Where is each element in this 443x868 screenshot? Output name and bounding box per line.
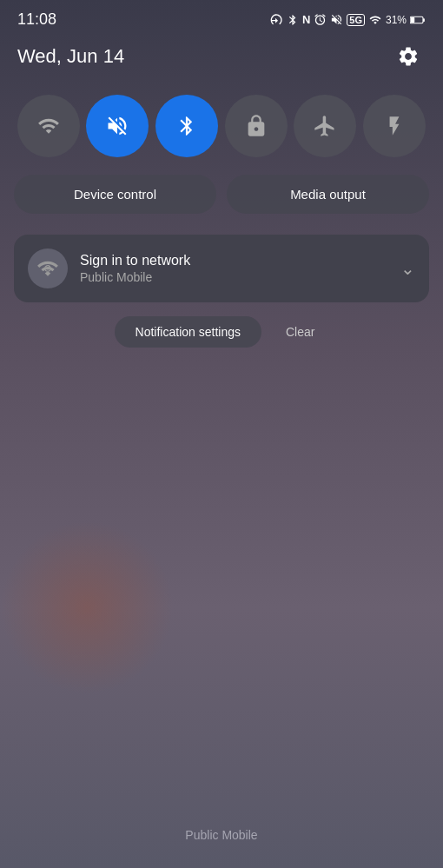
carrier-label: Public Mobile xyxy=(0,828,443,842)
device-control-button[interactable]: Device control xyxy=(14,175,216,214)
control-buttons: Device control Media output xyxy=(0,175,443,235)
notification-text: Sign in to network Public Mobile xyxy=(80,253,190,284)
torch-tile[interactable] xyxy=(363,95,426,157)
svg-rect-2 xyxy=(411,17,415,23)
network-signal-icon: ? xyxy=(36,257,59,280)
airplane-tile[interactable] xyxy=(294,95,356,157)
notification-settings-button[interactable]: Notification settings xyxy=(115,316,261,348)
bluetooth-tile[interactable] xyxy=(155,95,218,157)
svg-rect-1 xyxy=(423,18,425,22)
settings-button[interactable] xyxy=(391,39,426,74)
action-row: Notification settings Clear xyxy=(0,302,443,348)
airplane-icon xyxy=(313,114,337,138)
battery-percent: 31% xyxy=(386,14,407,26)
lock-rotation-tile[interactable] xyxy=(225,95,288,157)
notification-content: ? Sign in to network Public Mobile xyxy=(28,248,190,288)
svg-text:?: ? xyxy=(46,263,50,272)
date-row: Wed, Jun 14 xyxy=(0,36,443,88)
settings-icon xyxy=(397,45,420,68)
wifi-icon xyxy=(36,115,62,137)
date-display: Wed, Jun 14 xyxy=(17,45,124,68)
status-bar: 11:08 N 5G 31% xyxy=(0,0,443,36)
quick-tiles xyxy=(0,88,443,175)
status-icons: N 5G 31% xyxy=(269,13,426,27)
status-mute-icon xyxy=(330,13,343,26)
media-output-button[interactable]: Media output xyxy=(227,175,429,214)
notification-subtitle: Public Mobile xyxy=(80,270,190,284)
5g-icon: 5G xyxy=(347,14,365,26)
alarm-icon xyxy=(314,13,327,26)
wifi-tile[interactable] xyxy=(17,95,80,157)
notification-title: Sign in to network xyxy=(80,253,190,268)
nfc-icon: N xyxy=(302,13,310,26)
torch-icon xyxy=(383,114,406,138)
status-time: 11:08 xyxy=(17,10,56,29)
status-bluetooth-icon xyxy=(287,13,299,27)
lock-rotation-icon xyxy=(244,114,268,138)
notification-card[interactable]: ? Sign in to network Public Mobile ⌄ xyxy=(14,235,429,302)
mute-icon xyxy=(105,114,129,138)
mute-tile[interactable] xyxy=(86,95,149,157)
bluetooth-icon xyxy=(175,113,198,139)
rotation-icon xyxy=(269,13,283,27)
notification-app-icon: ? xyxy=(28,248,68,288)
signal-strength-icon xyxy=(368,14,382,26)
clear-button[interactable]: Clear xyxy=(272,316,328,348)
notification-expand-icon[interactable]: ⌄ xyxy=(400,258,415,279)
battery-icon xyxy=(410,15,426,25)
